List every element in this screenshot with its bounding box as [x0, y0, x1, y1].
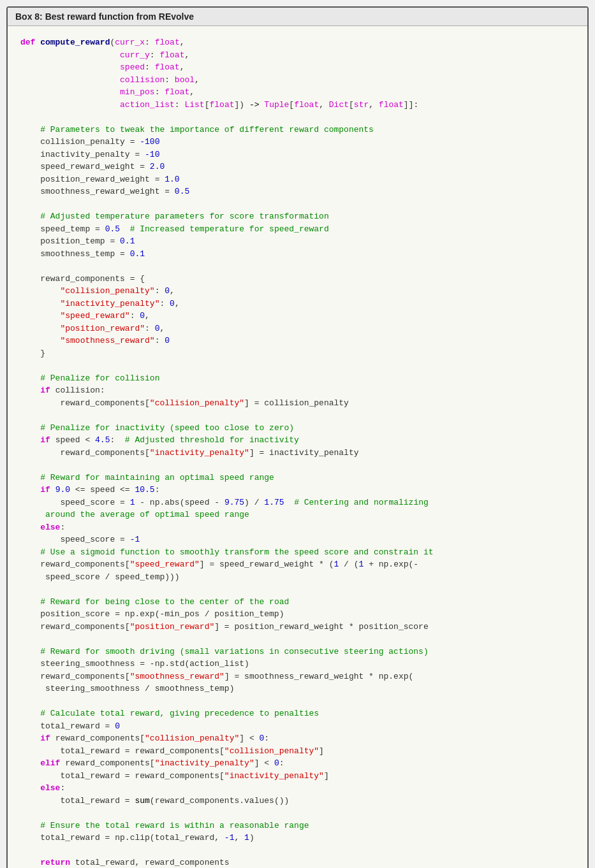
box-title: Box 8: Best reward function from REvolve: [8, 8, 587, 26]
code-content: def compute_reward(curr_x: float, curr_y…: [8, 26, 587, 868]
code-box: Box 8: Best reward function from REvolve…: [6, 6, 589, 868]
